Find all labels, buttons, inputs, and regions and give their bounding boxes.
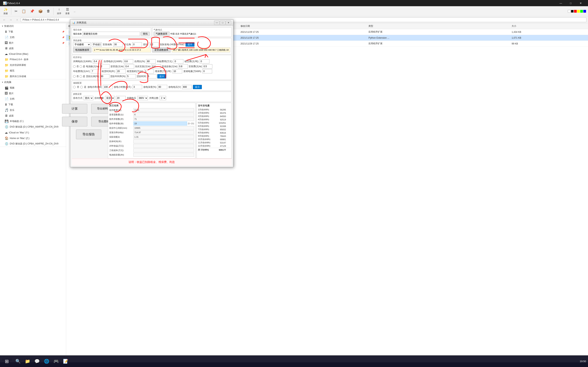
- col-size[interactable]: 大小: [510, 23, 588, 29]
- sidebar-item-huizhou[interactable]: 📁 惠州水口乐创城: [0, 74, 66, 79]
- direct-sell-input[interactable]: [202, 69, 212, 73]
- self-use-price-input[interactable]: [123, 59, 133, 64]
- taskbar-chat[interactable]: 💬: [33, 357, 41, 366]
- sidebar-item-icloud[interactable]: ☁ iCloud Drive (Mac): [0, 51, 66, 57]
- col-date[interactable]: 修改日期: [239, 23, 367, 29]
- dialog-maximize-btn[interactable]: □: [220, 21, 225, 25]
- this-pc-header[interactable]: ▼ 此电脑: [0, 79, 66, 85]
- loan-time-input[interactable]: [147, 74, 156, 78]
- build-mode-select[interactable]: 手动建模: [73, 42, 91, 47]
- sidebar-item-videos[interactable]: 🎬 视频: [0, 85, 66, 91]
- discharge-hours-input[interactable]: [132, 85, 142, 89]
- sidebar-item-pvbox-copy[interactable]: 📁 PVbox1.6.4 - 副本: [0, 57, 66, 62]
- storage-hint-btn[interactable]: 提示: [193, 85, 202, 89]
- sort-btn[interactable]: ↑ 排序: [55, 7, 63, 16]
- panel-cost-input[interactable]: [100, 64, 110, 68]
- discharge-voltage-input[interactable]: [182, 85, 192, 89]
- grid-points-select[interactable]: 2: [160, 96, 166, 100]
- bracket-cost-input[interactable]: [151, 64, 161, 68]
- direction-type-select[interactable]: 竖向: [84, 96, 93, 100]
- install-area-input[interactable]: [113, 42, 123, 47]
- start-button[interactable]: ⊞: [2, 358, 12, 365]
- taskbar-gaming[interactable]: 🎮: [52, 357, 60, 366]
- sidebar-item-music[interactable]: 🎵 音乐: [0, 107, 66, 113]
- calc-btn[interactable]: 计算: [62, 104, 87, 114]
- grid-price-input[interactable]: [93, 59, 103, 64]
- grid-voltage-select[interactable]: 380V: [137, 96, 148, 100]
- rent-time-input[interactable]: [116, 69, 126, 73]
- sidebar-item-docs[interactable]: 📄 文档 📌: [0, 34, 66, 40]
- discharge-depth-input[interactable]: [157, 85, 167, 89]
- forward-btn[interactable]: →: [8, 17, 13, 23]
- loan-hint-btn[interactable]: 提示: [157, 74, 166, 78]
- taskbar-note[interactable]: 📝: [61, 357, 70, 366]
- export-report-btn[interactable]: 导出报告: [76, 130, 101, 139]
- sidebar-item-home-z[interactable]: 🏠 Home on 'Mac' (Z:): [0, 135, 66, 141]
- inverter-db-btn[interactable]: 逆变器数据库: [152, 47, 171, 52]
- other-cost-input[interactable]: [178, 64, 188, 68]
- minimize-btn[interactable]: —: [556, 0, 565, 6]
- yes-radio[interactable]: [79, 65, 82, 68]
- color-yellow[interactable]: [577, 10, 580, 13]
- loan-no-radio[interactable]: [73, 75, 76, 78]
- new-btn[interactable]: ✨ 新建: [2, 7, 9, 16]
- panel-db-btn[interactable]: 电池板数据库: [73, 47, 91, 52]
- more-btn[interactable]: ...: [72, 9, 77, 13]
- layer-select[interactable]: 双层: [105, 96, 115, 100]
- taskbar-search[interactable]: 🔍: [14, 357, 22, 366]
- maintenance-input[interactable]: [173, 69, 182, 73]
- sidebar-item-dvd-d2[interactable]: 💿 DVD 驱动器 (D:) CPBA_A64FRE_ZH-CN_DV9: [0, 141, 66, 147]
- color-blue[interactable]: [583, 10, 586, 13]
- self-use-ratio-input[interactable]: [146, 59, 156, 64]
- sidebar-item-training[interactable]: 📁 光伏培训班课程: [0, 62, 66, 68]
- hint-btn1[interactable]: 提示: [185, 42, 194, 47]
- color-green[interactable]: [580, 10, 583, 13]
- move-btn[interactable]: 📦: [37, 8, 44, 14]
- sidebar-item-desktop[interactable]: 🖥 桌面: [0, 46, 66, 51]
- sidebar-item-icloud-y[interactable]: ☁ iCloud on 'Mac' (Y:): [0, 130, 66, 135]
- paste-btn[interactable]: 📌: [28, 8, 36, 14]
- project-name-input[interactable]: [82, 32, 140, 36]
- back-btn[interactable]: ←: [1, 17, 7, 23]
- sidebar-item-pc-download[interactable]: ⬇ 下载: [0, 102, 66, 107]
- color-red[interactable]: [574, 10, 577, 13]
- up-btn[interactable]: ↑: [14, 17, 20, 23]
- pr-input[interactable]: [149, 42, 159, 47]
- search-btn[interactable]: 查找: [141, 32, 150, 36]
- storage-no-radio[interactable]: [73, 86, 76, 88]
- sidebar-item-download[interactable]: ⬇ 下载 📌: [0, 29, 66, 34]
- quick-access-header[interactable]: ▼ 快速访问: [0, 23, 66, 29]
- subsidy-input[interactable]: [174, 59, 183, 64]
- exchange-input[interactable]: [200, 59, 209, 64]
- maximize-btn[interactable]: □: [566, 0, 575, 6]
- discharge-power-input[interactable]: [103, 85, 112, 89]
- col-type[interactable]: 类型: [366, 23, 510, 29]
- manual-set-input[interactable]: [92, 42, 102, 47]
- loan-yes-radio[interactable]: [79, 75, 82, 78]
- sidebar-item-specs[interactable]: 📁 规范: [0, 68, 66, 74]
- loan-ratio-input[interactable]: [100, 74, 110, 78]
- count-input[interactable]: [116, 96, 126, 100]
- loan-rate-input[interactable]: [126, 74, 136, 78]
- annual-rent-input[interactable]: [91, 69, 101, 73]
- copy-btn[interactable]: 📋: [20, 8, 27, 14]
- color-black[interactable]: [571, 10, 574, 13]
- weather-db-btn[interactable]: 气象数据库: [154, 32, 170, 36]
- taskbar-edge[interactable]: 🌐: [42, 357, 51, 366]
- dialog-close-btn[interactable]: ✕: [226, 21, 231, 25]
- install-cost-input[interactable]: [203, 64, 212, 68]
- no-radio[interactable]: [73, 65, 76, 68]
- inverter-cost-input[interactable]: [124, 64, 134, 68]
- sidebar-item-dvd-d[interactable]: 💿 DVD 驱动器 (D:) CPBA_A64FRE_ZH-CN_DV9: [0, 124, 66, 130]
- view-btn[interactable]: ☰ 查看: [64, 7, 71, 16]
- cut-btn[interactable]: ✂: [13, 8, 19, 14]
- color-white[interactable]: [568, 10, 571, 13]
- close-window-btn[interactable]: ✕: [576, 0, 585, 6]
- sidebar-item-pc-docs[interactable]: 📄 文档: [0, 96, 66, 102]
- delete-btn[interactable]: 🗑: [45, 8, 52, 14]
- sidebar-item-local-c[interactable]: 💾 本地磁盘 (C:): [0, 118, 66, 124]
- sidebar-item-pics[interactable]: 🖼 图片 📌: [0, 40, 66, 46]
- taskbar-explorer[interactable]: 📁: [23, 357, 32, 366]
- sidebar-item-pc-pics[interactable]: 🖼 图片: [0, 91, 66, 96]
- save-btn[interactable]: 保存: [62, 117, 87, 126]
